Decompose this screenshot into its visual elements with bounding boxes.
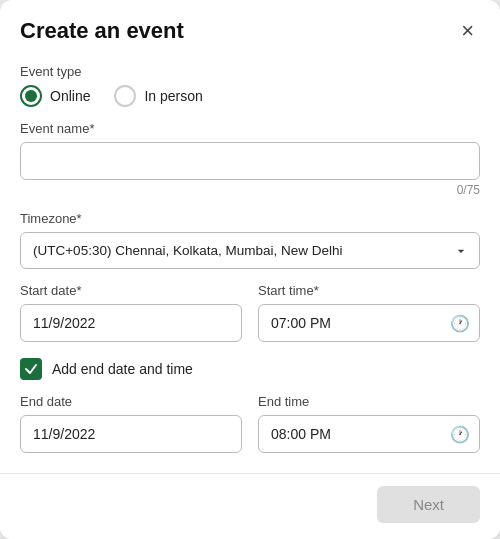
end-date-label: End date: [20, 394, 242, 409]
end-time-section: End time 🕐: [258, 394, 480, 453]
event-type-radio-group: Online In person: [20, 85, 480, 107]
start-date-input[interactable]: [20, 304, 242, 342]
radio-label-in-person: In person: [144, 88, 202, 104]
create-event-dialog: Create an event × Event type Online In p…: [0, 0, 500, 539]
add-end-datetime-label: Add end date and time: [52, 361, 193, 377]
radio-circle-online: [20, 85, 42, 107]
radio-circle-in-person: [114, 85, 136, 107]
event-name-wrapper: [20, 142, 480, 180]
event-name-label: Event name: [20, 121, 480, 136]
dialog-title: Create an event: [20, 18, 184, 44]
start-time-input[interactable]: [258, 304, 480, 342]
end-time-label: End time: [258, 394, 480, 409]
dialog-body: Event type Online In person Event name 0…: [0, 54, 500, 473]
end-time-input[interactable]: [258, 415, 480, 453]
dialog-header: Create an event ×: [0, 0, 500, 54]
add-end-datetime-checkbox[interactable]: [20, 358, 42, 380]
dialog-footer: Next: [0, 473, 500, 539]
end-date-input[interactable]: [20, 415, 242, 453]
start-time-wrapper: 🕐: [258, 304, 480, 342]
start-datetime-row: Start date Start time 🕐: [20, 283, 480, 342]
radio-option-in-person[interactable]: In person: [114, 85, 202, 107]
start-time-section: Start time 🕐: [258, 283, 480, 342]
start-time-label: Start time: [258, 283, 480, 298]
radio-option-online[interactable]: Online: [20, 85, 90, 107]
timezone-label: Timezone: [20, 211, 480, 226]
start-date-section: Start date: [20, 283, 242, 342]
close-button[interactable]: ×: [455, 18, 480, 44]
end-datetime-row: End date End time 🕐: [20, 394, 480, 453]
checkmark-icon: [24, 362, 38, 376]
next-button[interactable]: Next: [377, 486, 480, 523]
radio-label-online: Online: [50, 88, 90, 104]
end-date-section: End date: [20, 394, 242, 453]
event-type-label: Event type: [20, 64, 480, 79]
event-name-section: Event name 0/75: [20, 121, 480, 197]
timezone-section: Timezone (UTC+05:30) Chennai, Kolkata, M…: [20, 211, 480, 269]
start-date-label: Start date: [20, 283, 242, 298]
end-time-wrapper: 🕐: [258, 415, 480, 453]
add-end-datetime-row[interactable]: Add end date and time: [20, 358, 480, 380]
event-name-char-count: 0/75: [20, 183, 480, 197]
event-type-section: Event type Online In person: [20, 64, 480, 107]
timezone-select[interactable]: (UTC+05:30) Chennai, Kolkata, Mumbai, Ne…: [20, 232, 480, 269]
event-name-input[interactable]: [20, 142, 480, 180]
